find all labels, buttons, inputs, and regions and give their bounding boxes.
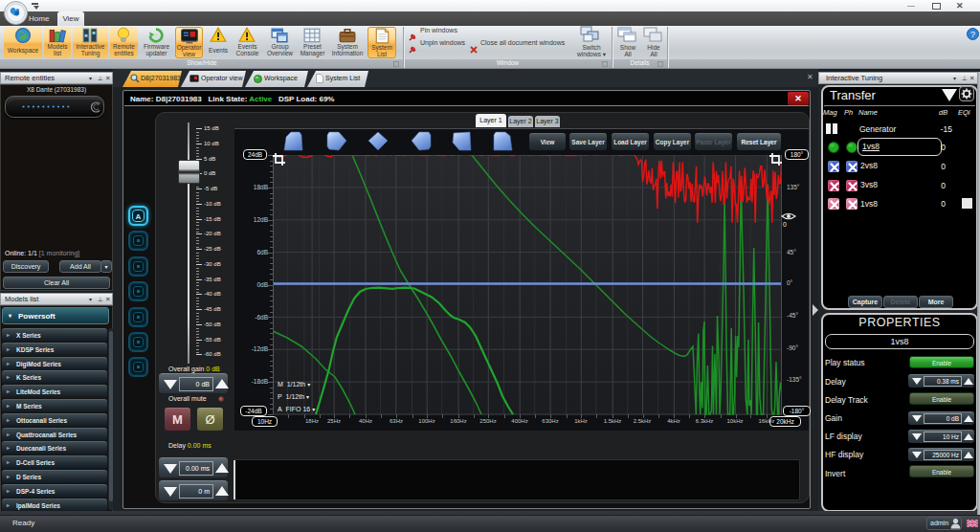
svg-text:?: ? <box>970 30 975 39</box>
